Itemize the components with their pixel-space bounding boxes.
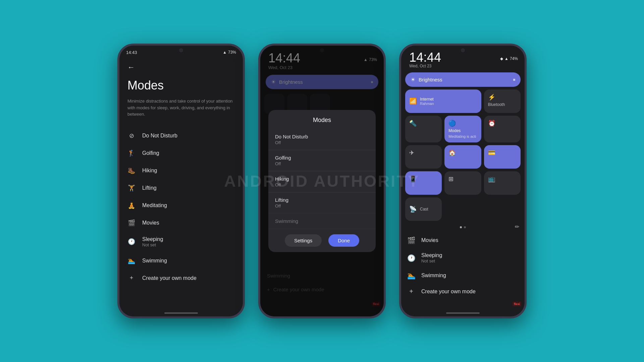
mode-name: Movies xyxy=(142,220,159,226)
edit-button[interactable]: ✏ xyxy=(515,224,519,230)
qs-tiles-grid: 📶 Internet Rahman ⚡ Bluetooth 🔦 xyxy=(405,89,521,221)
mode-name: Hiking xyxy=(142,168,157,174)
qs-mode-item[interactable]: 🕐 Sleeping Not set xyxy=(405,248,521,267)
qs-mode-name: Create your own mode xyxy=(421,289,476,295)
mode-item[interactable]: 🏋 Lifting xyxy=(127,179,235,197)
modal-mode-name: Golfing xyxy=(275,155,369,161)
mode-item[interactable]: 🏊 Swimming xyxy=(127,252,235,269)
wifi-icon-3: ▲ xyxy=(504,56,508,61)
modal-mode-item[interactable]: Hiking Off xyxy=(268,171,376,192)
brightness-bar-3[interactable]: ☀ Brightness xyxy=(405,72,521,87)
qs-mode-name: Swimming xyxy=(421,273,446,279)
mode-icon: 🏋 xyxy=(127,184,136,192)
modes-modal: Modes Do Not Disturb Off Golfing Off Hik… xyxy=(268,110,376,252)
home-indicator-1 xyxy=(164,312,198,314)
settings-button[interactable]: Settings xyxy=(285,234,322,247)
mode-name: Sleeping xyxy=(142,236,163,242)
modal-modes-list: Do Not Disturb Off Golfing Off Hiking Of… xyxy=(268,129,376,213)
status-time-1: 14:43 xyxy=(126,50,137,55)
qr-icon: ⊞ xyxy=(448,175,477,183)
airplane-tile[interactable]: ✈ xyxy=(405,145,442,169)
modes-subtitle: Minimize distractions and take control o… xyxy=(127,98,235,118)
airplane-icon: ✈ xyxy=(409,149,438,157)
qs-mode-name: Sleeping xyxy=(421,252,442,258)
internet-label: Internet xyxy=(420,97,434,102)
qs-mode-icon: 🎬 xyxy=(407,236,416,244)
bluetooth-tile[interactable]: ⚡ Bluetooth xyxy=(484,89,521,113)
mode-icon: 🧘 xyxy=(127,201,136,209)
phonelink-tile[interactable]: 📱 xyxy=(405,171,442,195)
home-indicator-3 xyxy=(446,312,480,314)
mode-name: Meditating xyxy=(142,202,167,208)
mode-item[interactable]: + Create your own mode xyxy=(127,269,235,287)
modes-tile[interactable]: 🔵 Modes Meditating is acti xyxy=(444,116,481,142)
phone-2: 14:44 Wed, Oct 23 ▲ 73% ☀ Brightness Mod… xyxy=(258,44,386,318)
mode-name: Swimming xyxy=(142,258,167,264)
modal-actions: Settings Done xyxy=(268,229,376,247)
wifi-tile-icon: 📶 xyxy=(409,98,417,105)
qs-mode-item[interactable]: 🎬 Movies xyxy=(405,232,521,248)
flashlight-tile[interactable]: 🔦 xyxy=(405,116,442,142)
phone-3: 14:44 Wed, Oct 23 ◆ ▲ 74% ☀ Brightness 📶 xyxy=(399,44,527,318)
qr-tile[interactable]: ⊞ xyxy=(444,171,481,195)
modal-mode-item[interactable]: Lifting Off xyxy=(268,192,376,213)
modal-mode-status: Off xyxy=(275,140,369,145)
mode-item[interactable]: 🧘 Meditating xyxy=(127,197,235,214)
qs-mode-name: Movies xyxy=(421,237,438,243)
qs-mode-icon: 🏊 xyxy=(407,272,416,280)
mode-item[interactable]: 🎬 Movies xyxy=(127,214,235,232)
screen-tile[interactable]: 📺 xyxy=(484,171,521,195)
page-dots xyxy=(460,224,466,230)
done-button[interactable]: Done xyxy=(328,234,359,247)
modal-mode-name: Hiking xyxy=(275,176,369,182)
swimming-label: Swimming xyxy=(275,218,369,224)
mode-subtext: Not set xyxy=(142,242,163,247)
brightness-icon-3: ☀ xyxy=(411,76,415,83)
status-icons-1: ▲ 73% xyxy=(223,50,236,55)
mode-name: Do Not Disturb xyxy=(142,133,177,139)
qs-mode-item[interactable]: 🏊 Swimming xyxy=(405,267,521,284)
alarm-icon: ⏰ xyxy=(488,120,517,127)
cast-label: Cast xyxy=(420,207,428,212)
modes-title: Modes xyxy=(127,78,235,93)
internet-sublabel: Rahman xyxy=(420,102,434,106)
bluetooth-icon: ⚡ xyxy=(488,94,517,101)
modes-list: ⊘ Do Not Disturb 🏌 Golfing 🥾 Hiking 🏋 Li… xyxy=(127,127,235,287)
dot-1 xyxy=(460,226,462,228)
qs-mode-icon: + xyxy=(407,288,416,295)
mode-item[interactable]: 🕐 Sleeping Not set xyxy=(127,232,235,252)
back-button-1[interactable]: ← xyxy=(127,63,235,72)
wallet-tile[interactable]: 💳 xyxy=(484,145,521,169)
modal-mode-item[interactable]: Golfing Off xyxy=(268,150,376,171)
qs-mode-icon: 🕐 xyxy=(407,254,416,262)
internet-tile[interactable]: 📶 Internet Rahman xyxy=(405,89,481,113)
mode-icon: 🎬 xyxy=(127,219,136,227)
alarm-tile[interactable]: ⏰ xyxy=(484,116,521,142)
phonelink-icon: 📱 xyxy=(409,175,438,183)
bluetooth-label: Bluetooth xyxy=(488,102,517,107)
mode-item[interactable]: 🥾 Hiking xyxy=(127,162,235,179)
mode-icon: 🏌 xyxy=(127,149,136,157)
camera-dot-3 xyxy=(461,48,465,52)
battery-icon-3: 74% xyxy=(510,56,518,61)
modal-mode-item[interactable]: Do Not Disturb Off xyxy=(268,129,376,150)
modal-mode-status: Off xyxy=(275,203,369,208)
mode-item[interactable]: 🏌 Golfing xyxy=(127,144,235,162)
modes-tile-label: Modes xyxy=(448,128,477,133)
status-icons-3: ◆ ▲ 74% xyxy=(500,56,518,61)
flashlight-icon: 🔦 xyxy=(409,120,438,127)
modal-swimming[interactable]: Swimming xyxy=(268,213,376,229)
qs-mode-item[interactable]: + Create your own mode xyxy=(405,284,521,299)
home-tile[interactable]: 🏠 xyxy=(444,145,481,169)
mode-icon: ⊘ xyxy=(127,132,136,140)
cast-tile[interactable]: 📡 Cast xyxy=(405,197,442,221)
phone-1: 14:43 ▲ 73% ← Modes Minimize distraction… xyxy=(117,44,245,318)
wallet-icon: 💳 xyxy=(488,149,517,157)
camera-dot xyxy=(179,48,183,52)
brightness-label-3: Brightness xyxy=(419,77,510,82)
dot-2 xyxy=(464,226,466,228)
modes-tile-icon: 🔵 xyxy=(448,120,477,127)
mode-item[interactable]: ⊘ Do Not Disturb xyxy=(127,127,235,144)
screen-icon: 📺 xyxy=(488,175,517,183)
date-3: Wed, Oct 23 xyxy=(408,64,441,68)
